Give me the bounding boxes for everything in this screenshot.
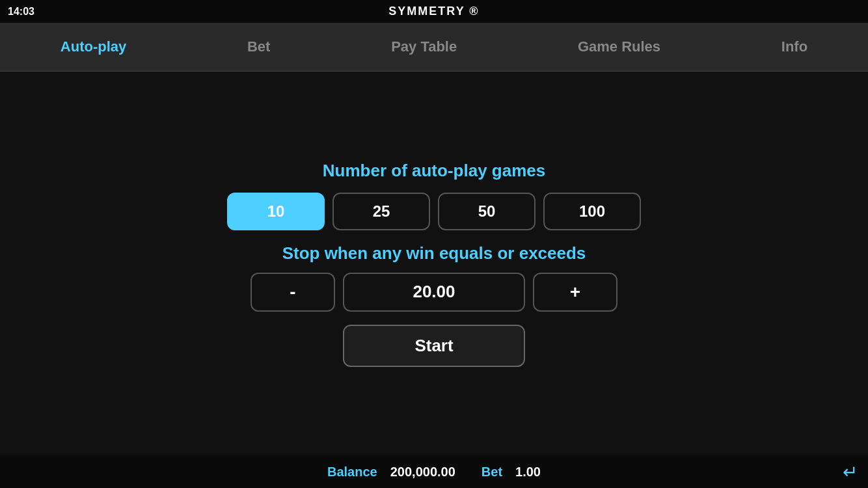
nav-bar: Auto-play Bet Pay Table Game Rules Info [0,23,868,72]
game-count-buttons: 10 25 50 100 [227,193,641,230]
title-bar: SYMMETRY ® [0,0,868,23]
tab-info[interactable]: Info [768,32,821,62]
count-btn-10[interactable]: 10 [227,193,325,230]
bet-value: 1.00 [515,465,541,480]
main-content: Number of auto-play games 10 25 50 100 S… [0,72,868,455]
auto-play-section: Number of auto-play games 10 25 50 100 [227,161,641,230]
back-button[interactable]: ↵ [843,461,858,483]
app-title: SYMMETRY ® [388,5,479,18]
tab-gamerules[interactable]: Game Rules [565,32,673,62]
bet-label: Bet [481,465,502,480]
win-limit-section: Stop when any win equals or exceeds - 20… [251,243,617,312]
win-value-display: 20.00 [343,273,525,312]
count-btn-25[interactable]: 25 [332,193,430,230]
tab-autoplay[interactable]: Auto-play [47,32,139,62]
num-games-label: Number of auto-play games [323,161,545,181]
balance-label: Balance [327,465,377,480]
increment-button[interactable]: + [533,273,617,312]
balance-value: 200,000.00 [390,465,455,480]
win-limit-controls: - 20.00 + [251,273,617,312]
footer: Balance 200,000.00 Bet 1.00 [0,455,868,488]
count-btn-50[interactable]: 50 [438,193,536,230]
tab-paytable[interactable]: Pay Table [378,32,470,62]
tab-bet[interactable]: Bet [234,32,283,62]
start-button[interactable]: Start [343,325,525,367]
win-limit-label: Stop when any win equals or exceeds [282,243,586,264]
decrement-button[interactable]: - [251,273,335,312]
count-btn-100[interactable]: 100 [543,193,641,230]
